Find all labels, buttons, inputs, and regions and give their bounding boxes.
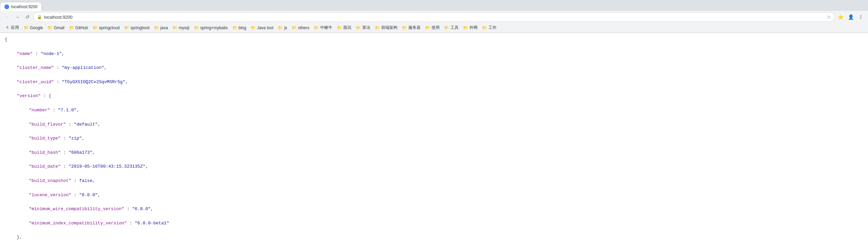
json-build-flavor: "build_flavor" : "default", bbox=[5, 121, 863, 128]
apps-icon: ⠿ bbox=[5, 25, 9, 30]
folder-icon: 📁 bbox=[173, 25, 177, 30]
bookmark-blog[interactable]: 📁 blog bbox=[230, 25, 248, 31]
folder-icon: 📁 bbox=[375, 25, 380, 30]
forward-button[interactable]: → bbox=[13, 13, 22, 21]
folder-icon: 📁 bbox=[337, 25, 342, 30]
folder-icon: 📁 bbox=[292, 25, 297, 30]
bookmark-js[interactable]: 📁 js bbox=[276, 25, 289, 31]
json-cluster-uuid: "cluster_uuid" : "TGyGX5IOQ2Cv2SqvMSRrSg… bbox=[5, 79, 863, 86]
bookmark-mianshi[interactable]: 📁 面试 bbox=[335, 24, 353, 31]
extensions-icon[interactable]: ⭐ bbox=[836, 13, 845, 21]
bookmark-java[interactable]: 📁 java bbox=[152, 25, 170, 31]
tab-title: localhost:9200 bbox=[11, 4, 37, 9]
folder-icon: 📁 bbox=[482, 25, 487, 30]
bookmark-others[interactable]: 📁 others bbox=[290, 25, 311, 31]
bookmark-gongzuo[interactable]: 📁 工作 bbox=[480, 24, 499, 31]
bookmark-star-icon[interactable]: ☆ bbox=[827, 14, 831, 20]
bookmark-shiyong[interactable]: 📁 使用 bbox=[423, 24, 442, 31]
active-tab[interactable]: localhost:9200 bbox=[0, 2, 42, 11]
bookmark-javatool[interactable]: 📁 Java tool bbox=[249, 25, 275, 31]
lock-icon: 🔒 bbox=[37, 15, 42, 19]
bookmark-github[interactable]: 📁 GitHub bbox=[67, 25, 90, 31]
bookmarks-bar: ⠿ 应用 📁 Google 📁 Gmail 📁 GitHub 📁 springc… bbox=[0, 23, 868, 33]
menu-icon[interactable]: ⋮ bbox=[856, 13, 865, 21]
bookmark-waiwang[interactable]: 📁 外网 bbox=[461, 24, 480, 31]
bookmark-gongju[interactable]: 📁 工具 bbox=[442, 24, 461, 31]
bookmark-suanfa[interactable]: 📁 算法 bbox=[354, 24, 372, 31]
bookmark-google[interactable]: 📁 Google bbox=[22, 25, 45, 31]
bookmark-springboot[interactable]: 📁 springboot bbox=[122, 25, 152, 31]
folder-icon: 📁 bbox=[251, 25, 256, 30]
browser-chrome: localhost:9200 ← → ↺ 🔒 ☆ ⭐ 👤 ⋮ ⠿ 应用 📁 Go… bbox=[0, 0, 868, 33]
folder-icon: 📁 bbox=[278, 25, 283, 30]
json-build-hash: "build_hash" : "606a173", bbox=[5, 149, 863, 156]
bookmark-springcloud[interactable]: 📁 springcloud bbox=[91, 25, 121, 31]
json-cluster-name: "cluster_name" : "my-application", bbox=[5, 64, 863, 72]
folder-icon: 📁 bbox=[444, 25, 449, 30]
json-min-wire-compat: "minimum_wire_compatibility_version" : "… bbox=[5, 206, 863, 213]
bookmark-fuwuqi[interactable]: 📁 服务器 bbox=[400, 24, 423, 31]
json-name: "name" : "node-1", bbox=[5, 51, 863, 58]
json-build-date: "build_date" : "2019-05-16T00:43:15.3231… bbox=[5, 163, 863, 170]
bookmark-qianduanjia[interactable]: 📁 前端架构 bbox=[373, 24, 400, 31]
folder-icon: 📁 bbox=[356, 25, 361, 30]
json-build-type: "build_type" : "zip", bbox=[5, 135, 863, 142]
toolbar-icons: ⭐ 👤 ⋮ bbox=[836, 13, 865, 21]
address-bar[interactable] bbox=[44, 15, 825, 20]
profile-icon[interactable]: 👤 bbox=[846, 13, 855, 21]
folder-icon: 📁 bbox=[93, 25, 97, 30]
json-number: "number" : "7.1.0", bbox=[5, 107, 863, 114]
folder-icon: 📁 bbox=[154, 25, 159, 30]
json-version-close: }, bbox=[5, 234, 863, 240]
reload-button[interactable]: ↺ bbox=[23, 13, 32, 21]
json-lucene-version: "lucene_version" : "8.0.0", bbox=[5, 192, 863, 199]
folder-icon: 📁 bbox=[48, 25, 53, 30]
folder-icon: 📁 bbox=[232, 25, 237, 30]
folder-icon: 📁 bbox=[463, 25, 468, 30]
json-open-brace: { bbox=[5, 36, 863, 43]
folder-icon: 📁 bbox=[194, 25, 199, 30]
back-button[interactable]: ← bbox=[3, 13, 12, 21]
tab-bar: localhost:9200 bbox=[0, 0, 868, 11]
bookmark-mysql[interactable]: 📁 mysql bbox=[171, 25, 191, 31]
json-min-index-compat: "minimum_index_compatibility_version" : … bbox=[5, 220, 863, 227]
folder-icon: 📁 bbox=[124, 25, 129, 30]
bookmark-zhongniushan[interactable]: 📁 中瞅牛 bbox=[312, 24, 334, 31]
bookmark-springmybatis[interactable]: 📁 spring+mybatis bbox=[192, 25, 230, 31]
bookmark-gmail[interactable]: 📁 Gmail bbox=[46, 25, 66, 31]
address-bar-wrapper[interactable]: 🔒 ☆ bbox=[33, 12, 835, 22]
folder-icon: 📁 bbox=[69, 25, 74, 30]
page-content: { "name" : "node-1", "cluster_name" : "m… bbox=[0, 33, 868, 240]
folder-icon: 📁 bbox=[425, 25, 430, 30]
folder-icon: 📁 bbox=[314, 25, 319, 30]
folder-icon: 📁 bbox=[402, 25, 407, 30]
json-build-snapshot: "build_snapshot" : false, bbox=[5, 178, 863, 185]
browser-toolbar: ← → ↺ 🔒 ☆ ⭐ 👤 ⋮ bbox=[0, 11, 868, 23]
tab-favicon bbox=[4, 4, 9, 9]
json-version-key: "version" : { bbox=[5, 93, 863, 100]
bookmark-apps[interactable]: ⠿ 应用 bbox=[3, 24, 21, 31]
folder-icon: 📁 bbox=[24, 25, 28, 30]
